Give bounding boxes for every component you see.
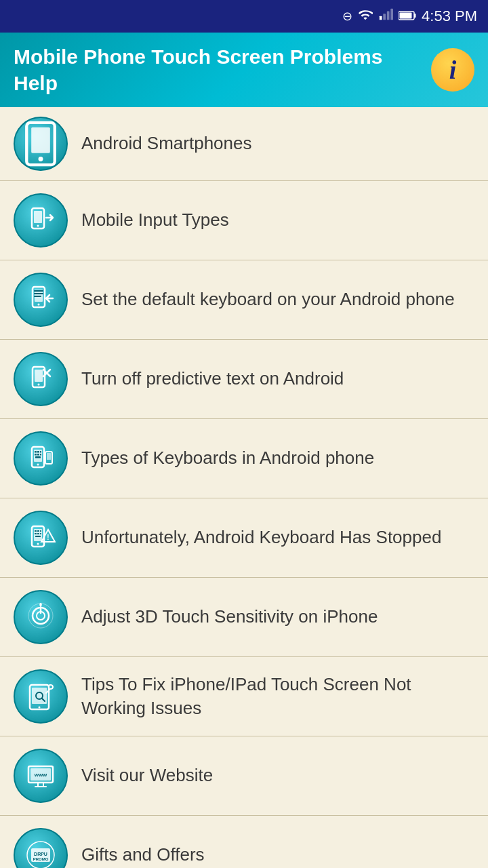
list-item[interactable]: ! Unfortunately, Android Keyboard Has St… bbox=[0, 498, 488, 578]
svg-rect-24 bbox=[40, 451, 41, 453]
list-item[interactable]: Tips To Fix iPhone/IPad Touch Screen Not… bbox=[0, 657, 488, 736]
item-text-android-smartphones: Android Smartphones bbox=[81, 132, 474, 155]
list-item[interactable]: Turn off predictive text on Android bbox=[0, 340, 488, 419]
svg-rect-22 bbox=[35, 451, 37, 453]
signal-icon bbox=[378, 7, 393, 26]
list-item[interactable]: Types of Keyboards in Android phone bbox=[0, 419, 488, 498]
list-item[interactable]: Mobile Input Types bbox=[0, 181, 488, 260]
svg-text:!: ! bbox=[47, 534, 49, 541]
item-text-ipad-touch: Tips To Fix iPhone/IPad Touch Screen Not… bbox=[81, 673, 474, 720]
svg-rect-38 bbox=[37, 533, 39, 534]
item-icon-default-keyboard bbox=[14, 273, 68, 327]
svg-point-15 bbox=[38, 304, 40, 306]
svg-rect-28 bbox=[35, 456, 41, 458]
time-display: 4:53 PM bbox=[422, 7, 477, 25]
item-icon-website: www bbox=[14, 749, 68, 803]
item-icon-keyboard-types bbox=[14, 431, 68, 486]
item-icon-keyboard-stopped: ! bbox=[14, 511, 68, 565]
item-text-gifts: Gifts and Offers bbox=[81, 843, 474, 867]
svg-text:PROMO: PROMO bbox=[33, 857, 49, 861]
svg-rect-6 bbox=[400, 12, 412, 18]
svg-rect-3 bbox=[390, 8, 393, 20]
item-text-3d-touch: Adjust 3D Touch Sensitivity on iPhone bbox=[81, 605, 474, 629]
wifi-icon bbox=[358, 7, 373, 26]
menu-list: Android Smartphones Mobile Input Types bbox=[0, 107, 488, 868]
svg-text:DRPU: DRPU bbox=[34, 852, 47, 856]
svg-rect-39 bbox=[40, 533, 41, 534]
svg-point-9 bbox=[39, 157, 43, 161]
item-text-mobile-input: Mobile Input Types bbox=[81, 208, 474, 232]
svg-point-33 bbox=[37, 543, 39, 545]
svg-rect-11 bbox=[34, 211, 42, 223]
item-text-keyboard-types: Types of Keyboards in Android phone bbox=[81, 446, 474, 470]
item-text-default-keyboard: Set the default keyboard on your Android… bbox=[81, 288, 474, 311]
status-icons: ⊖ 4:53 PM bbox=[342, 7, 477, 26]
svg-rect-17 bbox=[35, 370, 43, 382]
svg-rect-35 bbox=[37, 530, 39, 532]
header-title: Mobile Phone Touch Screen Problems Help bbox=[14, 43, 420, 96]
svg-rect-37 bbox=[35, 533, 37, 534]
item-icon-ipad-touch bbox=[14, 669, 68, 724]
svg-point-47 bbox=[39, 707, 41, 709]
list-item[interactable]: Android Smartphones bbox=[0, 107, 488, 181]
header: Mobile Phone Touch Screen Problems Help … bbox=[0, 33, 488, 107]
svg-rect-40 bbox=[35, 536, 41, 537]
dnd-icon: ⊖ bbox=[342, 9, 352, 24]
item-icon-3d-touch bbox=[14, 590, 68, 644]
svg-rect-36 bbox=[40, 530, 41, 532]
svg-rect-8 bbox=[31, 127, 50, 153]
svg-point-21 bbox=[37, 464, 39, 466]
svg-rect-23 bbox=[37, 451, 39, 453]
svg-rect-26 bbox=[37, 454, 39, 456]
svg-rect-1 bbox=[383, 14, 386, 20]
list-item[interactable]: www Visit our Website bbox=[0, 736, 488, 816]
list-item[interactable]: DRPU PROMO Gifts and Offers bbox=[0, 816, 488, 868]
svg-point-12 bbox=[37, 225, 39, 227]
item-icon-android-smartphones bbox=[14, 117, 68, 171]
svg-rect-0 bbox=[380, 16, 382, 20]
status-bar: ⊖ 4:53 PM bbox=[0, 0, 488, 33]
svg-point-18 bbox=[38, 384, 40, 386]
item-text-keyboard-stopped: Unfortunately, Android Keyboard Has Stop… bbox=[81, 526, 474, 549]
svg-rect-2 bbox=[387, 11, 390, 20]
svg-rect-30 bbox=[47, 453, 51, 460]
svg-rect-27 bbox=[40, 454, 41, 456]
item-icon-predictive-text bbox=[14, 352, 68, 406]
svg-rect-34 bbox=[35, 530, 37, 532]
battery-icon bbox=[399, 9, 416, 24]
info-button[interactable]: i bbox=[431, 48, 474, 92]
list-item[interactable]: Set the default keyboard on your Android… bbox=[0, 260, 488, 340]
svg-text:www: www bbox=[34, 772, 47, 778]
svg-rect-5 bbox=[414, 14, 416, 18]
item-text-predictive-text: Turn off predictive text on Android bbox=[81, 367, 474, 391]
item-icon-gifts: DRPU PROMO bbox=[14, 828, 68, 868]
item-icon-mobile-input bbox=[14, 193, 68, 248]
svg-rect-25 bbox=[35, 454, 37, 456]
item-text-website: Visit our Website bbox=[81, 764, 474, 787]
list-item[interactable]: Adjust 3D Touch Sensitivity on iPhone bbox=[0, 578, 488, 657]
